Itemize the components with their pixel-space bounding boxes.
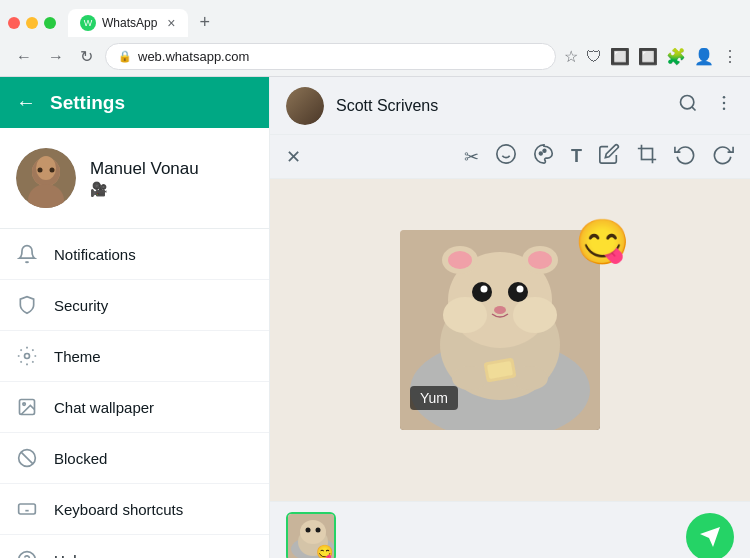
edit-toolbar: ✕ ✂ T xyxy=(270,135,750,179)
pen-tool[interactable] xyxy=(598,143,620,170)
contact-name: Scott Scrivens xyxy=(336,97,666,115)
sidebar-item-chat-wallpaper[interactable]: Chat wallpaper xyxy=(0,382,269,433)
preview-emoji-overlay: 😋 xyxy=(316,545,333,558)
svg-point-9 xyxy=(23,403,25,406)
media-preview-thumbnail[interactable]: 😋 xyxy=(286,512,336,558)
svg-point-41 xyxy=(481,286,488,293)
blocked-icon xyxy=(16,447,38,469)
svg-point-37 xyxy=(443,297,487,333)
browser-action-icons: ☆ 🛡 🔲 🔲 🧩 👤 ⋮ xyxy=(564,47,738,66)
tab-label: WhatsApp xyxy=(102,16,157,30)
emoji-tool[interactable] xyxy=(495,143,517,170)
theme-label: Theme xyxy=(54,348,101,365)
new-tab-button[interactable]: + xyxy=(192,8,219,37)
url-bar[interactable]: 🔒 web.whatsapp.com xyxy=(105,43,556,70)
svg-point-40 xyxy=(508,282,528,302)
svg-rect-32 xyxy=(642,149,653,160)
chat-search-icon[interactable] xyxy=(678,93,698,118)
emoji-sticker[interactable]: 😋 xyxy=(575,220,630,264)
sidebar-header: ← Settings xyxy=(0,77,269,128)
text-tool[interactable]: T xyxy=(571,146,582,167)
svg-point-30 xyxy=(539,152,542,155)
profile-icon[interactable]: 👤 xyxy=(694,47,714,66)
star-icon[interactable]: ☆ xyxy=(564,47,578,66)
chat-messages-area: Yum 😋 xyxy=(270,179,750,501)
security-icon xyxy=(16,294,38,316)
notifications-label: Notifications xyxy=(54,246,136,263)
security-label: Security xyxy=(54,297,108,314)
image-edit-container: Yum 😋 xyxy=(400,230,620,450)
svg-point-5 xyxy=(50,168,55,173)
chat-wallpaper-label: Chat wallpaper xyxy=(54,399,154,416)
chat-header-actions xyxy=(678,93,734,118)
avatar-image xyxy=(16,148,76,208)
scissors-tool[interactable]: ✂ xyxy=(464,146,479,168)
send-button[interactable] xyxy=(686,513,734,558)
svg-point-56 xyxy=(306,528,311,533)
chat-area: Scott Scrivens ✕ ✂ T xyxy=(270,77,750,558)
svg-point-22 xyxy=(681,96,694,109)
close-edit-button[interactable]: ✕ xyxy=(286,146,301,168)
extension-icon-1[interactable]: 🔲 xyxy=(610,47,630,66)
chat-wallpaper-icon xyxy=(16,396,38,418)
sidebar-item-keyboard-shortcuts[interactable]: Keyboard shortcuts xyxy=(0,484,269,535)
sidebar-item-notifications[interactable]: Notifications xyxy=(0,229,269,280)
keyboard-shortcuts-label: Keyboard shortcuts xyxy=(54,501,183,518)
address-bar: ← → ↻ 🔒 web.whatsapp.com ☆ 🛡 🔲 🔲 🧩 👤 ⋮ xyxy=(0,37,750,76)
profile-section[interactable]: Manuel Vonau 🎥 xyxy=(0,128,269,229)
sidebar-item-theme[interactable]: Theme xyxy=(0,331,269,382)
menu-dots-icon[interactable]: ⋮ xyxy=(722,47,738,66)
close-traffic-light[interactable] xyxy=(8,17,20,29)
help-icon xyxy=(16,549,38,558)
profile-info: Manuel Vonau 🎥 xyxy=(90,159,199,197)
settings-menu-list: Notifications Security Theme Chat wallpa… xyxy=(0,229,269,558)
redo-tool[interactable] xyxy=(712,143,734,170)
tab-close-button[interactable]: × xyxy=(167,15,175,31)
svg-point-39 xyxy=(472,282,492,302)
svg-point-57 xyxy=(316,528,321,533)
minimize-traffic-light[interactable] xyxy=(26,17,38,29)
forward-nav-button[interactable]: → xyxy=(44,46,68,68)
svg-point-49 xyxy=(512,366,548,390)
svg-point-25 xyxy=(723,102,726,105)
svg-point-42 xyxy=(517,286,524,293)
svg-point-45 xyxy=(448,251,472,269)
profile-name: Manuel Vonau xyxy=(90,159,199,179)
sidebar: ← Settings M xyxy=(0,77,270,558)
whatsapp-favicon: W xyxy=(80,15,96,31)
edit-icon[interactable]: 🎥 xyxy=(90,181,199,197)
svg-point-43 xyxy=(494,306,506,314)
sticker-tool[interactable] xyxy=(533,143,555,170)
maximize-traffic-light[interactable] xyxy=(44,17,56,29)
sidebar-item-blocked[interactable]: Blocked xyxy=(0,433,269,484)
sidebar-item-security[interactable]: Security xyxy=(0,280,269,331)
lock-icon: 🔒 xyxy=(118,50,132,63)
hamster-image: Yum xyxy=(400,230,600,430)
theme-icon xyxy=(16,345,38,367)
undo-tool[interactable] xyxy=(674,143,696,170)
help-label: Help xyxy=(54,552,85,559)
crop-tool[interactable] xyxy=(636,143,658,170)
chat-header: Scott Scrivens xyxy=(270,77,750,135)
chat-more-icon[interactable] xyxy=(714,93,734,118)
svg-line-11 xyxy=(21,452,33,464)
shield-icon[interactable]: 🛡 xyxy=(586,48,602,66)
tab-bar: W WhatsApp × + xyxy=(0,0,750,37)
svg-point-24 xyxy=(723,96,726,99)
extension-icon-2[interactable]: 🔲 xyxy=(638,47,658,66)
reload-button[interactable]: ↻ xyxy=(76,45,97,68)
svg-point-7 xyxy=(25,354,30,359)
browser-chrome: W WhatsApp × + ← → ↻ 🔒 web.whatsapp.com … xyxy=(0,0,750,77)
extensions-icon[interactable]: 🧩 xyxy=(666,47,686,66)
svg-point-27 xyxy=(497,145,515,163)
svg-point-47 xyxy=(528,251,552,269)
svg-point-26 xyxy=(723,108,726,111)
back-button[interactable]: ← xyxy=(16,91,36,114)
svg-point-48 xyxy=(452,366,488,390)
svg-point-20 xyxy=(19,552,36,558)
svg-point-38 xyxy=(513,297,557,333)
contact-avatar xyxy=(286,87,324,125)
back-nav-button[interactable]: ← xyxy=(12,46,36,68)
browser-tab-whatsapp[interactable]: W WhatsApp × xyxy=(68,9,188,37)
sidebar-item-help[interactable]: Help xyxy=(0,535,269,558)
